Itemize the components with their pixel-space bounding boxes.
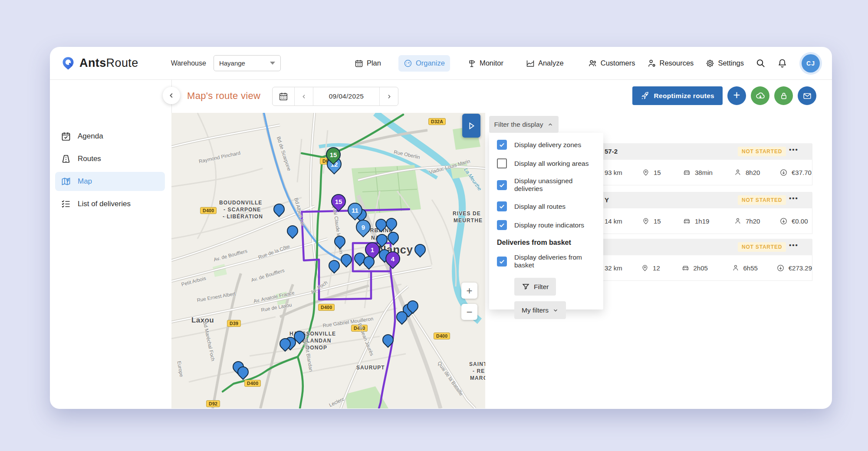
map-label-district: BOUDONVILLE <box>219 200 262 206</box>
status-badge: NOT STARTED <box>738 242 786 252</box>
add-button[interactable]: + <box>727 86 746 105</box>
road-icon <box>61 154 71 164</box>
filter-checkbox-1-row: Display all working areas <box>497 158 595 168</box>
collapse-panel-button[interactable] <box>462 114 480 138</box>
checkbox-label: Display delivery zones <box>514 141 581 149</box>
cloud-download-icon <box>755 91 766 101</box>
route-stop-count: 15 <box>642 217 683 225</box>
checkbox-label: Display route indicators <box>514 221 584 229</box>
more-menu-button[interactable]: ••• <box>789 146 799 153</box>
previous-day-button[interactable] <box>295 87 313 105</box>
tab-analyze[interactable]: Analyze <box>521 55 569 72</box>
checkbox-checked[interactable] <box>497 220 507 230</box>
search-button[interactable] <box>756 58 766 68</box>
nav-settings[interactable]: Settings <box>705 59 744 68</box>
stop-count: 15 <box>332 195 345 208</box>
gear-icon <box>705 59 715 68</box>
warehouse-value: Hayange <box>219 59 245 67</box>
checkbox-checked[interactable] <box>497 257 507 267</box>
nav-resources[interactable]: Resources <box>647 59 694 68</box>
map-label-district: - SCARPONE <box>224 207 261 213</box>
notifications-button[interactable] <box>777 58 787 68</box>
route-duration: 7h20 <box>734 217 779 225</box>
top-navbar: AntsRoute Warehouse Hayange Plan Organiz… <box>50 47 832 80</box>
next-day-button[interactable] <box>380 87 398 105</box>
vehicle-icon <box>681 264 690 272</box>
reoptimize-routes-button[interactable]: Reoptimize routes <box>632 86 723 105</box>
checkbox-unchecked[interactable] <box>497 158 507 168</box>
more-menu-button[interactable]: ••• <box>789 241 799 249</box>
nav-customers[interactable]: Customers <box>588 59 635 68</box>
map-label-district: SAURUPT <box>356 365 385 371</box>
route-duration: 6h55 <box>732 264 776 272</box>
vehicle-icon <box>683 168 691 177</box>
rocket-icon <box>641 91 650 100</box>
stop-count: 11 <box>349 204 362 217</box>
page-title: Map's route view <box>187 80 260 112</box>
person-icon <box>732 264 740 272</box>
user-avatar[interactable]: CJ <box>802 54 820 72</box>
checkbox-label: Display unassigned deliveries <box>514 177 595 193</box>
location-pin-icon <box>642 217 650 225</box>
chevron-right-icon <box>386 93 392 100</box>
person-gear-icon <box>647 59 657 68</box>
lock-icon <box>779 91 789 101</box>
checkbox-checked[interactable] <box>497 201 507 211</box>
calendar-icon <box>355 59 363 68</box>
antsroute-logo-icon <box>61 56 76 71</box>
chart-icon <box>526 59 535 68</box>
calendar-button[interactable] <box>273 87 295 105</box>
basket-section-title: Deliveries from basket <box>497 239 595 247</box>
vehicle-icon <box>683 217 691 225</box>
route-cost: €0.00 <box>779 217 808 225</box>
tab-monitor[interactable]: Monitor <box>462 55 509 72</box>
route-stop-count: 12 <box>641 264 681 272</box>
chevron-down-icon <box>270 62 275 65</box>
filter-the-display-button[interactable]: Filter the display <box>489 116 559 133</box>
calendar-icon <box>279 92 288 101</box>
route-drive-time: 38min <box>683 168 734 177</box>
sidebar-item-agenda[interactable]: Agenda <box>50 127 171 146</box>
sidebar-item-map[interactable]: Map <box>55 172 165 191</box>
route-cost: €273.29 <box>776 264 812 272</box>
road-badge: D92 <box>206 400 220 407</box>
filter-checkbox-2-row: Display unassigned deliveries <box>497 177 595 193</box>
checkbox-label: Display all routes <box>514 203 566 211</box>
zoom-in-button[interactable]: + <box>461 283 477 299</box>
zoom-out-button[interactable]: − <box>461 304 477 320</box>
location-pin-icon <box>642 168 650 176</box>
filter-button[interactable]: Filter <box>514 278 556 296</box>
date-picker: 09/04/2025 <box>272 87 398 106</box>
filter-checkbox-4-row: Display route indicators <box>497 220 595 230</box>
lock-button[interactable] <box>774 86 793 105</box>
warehouse-select[interactable]: Hayange <box>214 55 281 71</box>
sidebar-item-routes[interactable]: Routes <box>50 149 171 168</box>
map-label-district: MEURTHE <box>454 217 483 224</box>
signpost-icon <box>467 59 476 68</box>
sidebar-item-list-of-deliveries[interactable]: List of deliveries <box>50 194 171 214</box>
tab-plan[interactable]: Plan <box>349 55 386 72</box>
cloud-sync-button[interactable] <box>751 86 769 105</box>
brand-name: AntsRoute <box>79 56 138 70</box>
circle-down-icon <box>776 264 785 272</box>
route-drive-time: 2h05 <box>681 264 732 272</box>
checkbox-checked[interactable] <box>497 140 507 150</box>
checklist-icon <box>61 199 71 209</box>
road-badge: D32A <box>428 118 446 125</box>
location-pin-icon <box>641 264 649 272</box>
road-badge: D39 <box>227 320 241 327</box>
more-menu-button[interactable]: ••• <box>789 194 799 202</box>
app-window: AntsRoute Warehouse Hayange Plan Organiz… <box>50 47 832 409</box>
tab-organize[interactable]: Organize <box>398 55 450 72</box>
checkbox-checked[interactable] <box>497 180 507 190</box>
search-icon <box>756 58 766 68</box>
plus-icon: + <box>733 89 740 101</box>
back-button[interactable] <box>163 87 180 104</box>
mail-button[interactable] <box>798 86 816 105</box>
route-duration: 8h20 <box>734 168 779 176</box>
map-canvas[interactable]: D32AD657D400D400D39D400D400D400D92 Raymo… <box>171 113 485 408</box>
road-badge: D400 <box>318 304 335 311</box>
my-filters-button[interactable]: My filters <box>514 301 566 319</box>
triangle-right-icon <box>467 121 476 131</box>
brand-logo[interactable]: AntsRoute <box>61 56 138 71</box>
